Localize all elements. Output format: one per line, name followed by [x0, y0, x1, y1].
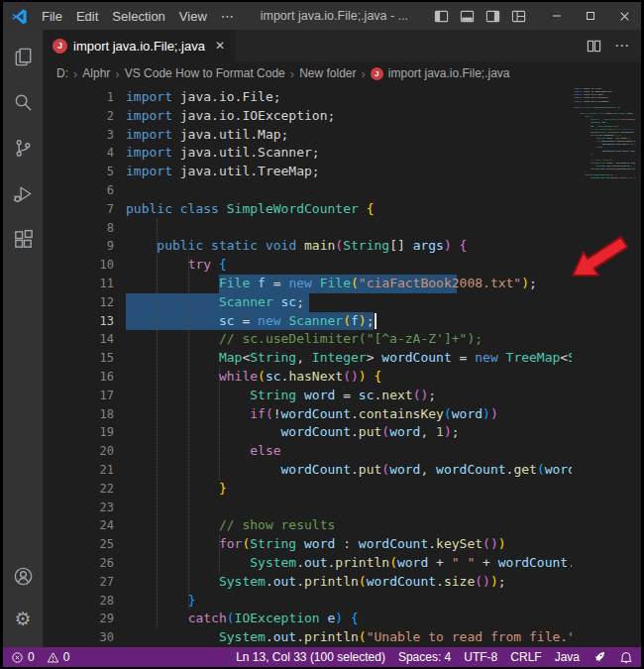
line-number[interactable]: 10	[43, 256, 114, 275]
line-number[interactable]: 18	[43, 405, 114, 424]
code-line[interactable]: }	[126, 592, 641, 611]
code-line[interactable]: System.out.println(wordCount.size());	[126, 573, 641, 592]
split-editor-icon[interactable]	[587, 39, 601, 54]
line-number[interactable]: 11	[43, 275, 114, 293]
line-number[interactable]: 21	[43, 461, 114, 480]
menu-edit[interactable]: Edit	[69, 9, 105, 24]
code-line[interactable]: System.out.println("Unable to read from …	[126, 628, 641, 647]
line-number[interactable]: 9	[43, 237, 114, 256]
minimize-button[interactable]	[540, 2, 574, 30]
line-number[interactable]: 22	[43, 480, 114, 499]
extensions-button[interactable]	[3, 216, 43, 262]
line-number[interactable]: 7	[43, 200, 114, 219]
search-button[interactable]	[3, 79, 43, 125]
account-button[interactable]	[3, 556, 43, 596]
code-line[interactable]: for(String word : wordCount.keySet())	[126, 535, 641, 554]
line-number[interactable]: 4	[43, 144, 114, 163]
red-arrow-annotation	[564, 232, 633, 286]
menu-more-icon[interactable]: ⋯	[214, 9, 241, 24]
layout-panel-icon[interactable]	[460, 9, 475, 24]
line-number[interactable]: 25	[43, 535, 114, 554]
line-number[interactable]: 14	[43, 330, 114, 349]
more-actions-icon[interactable]: ⋯	[614, 37, 629, 55]
line-number[interactable]: 30	[43, 628, 114, 647]
notifications-bell-icon[interactable]	[619, 650, 633, 664]
code-line[interactable]: import java.util.Scanner;	[126, 144, 641, 163]
indentation-status[interactable]: Spaces: 4	[398, 650, 451, 664]
settings-button[interactable]: ⚙	[3, 596, 43, 641]
code-line[interactable]: else	[126, 442, 641, 461]
breadcrumb-item-drive[interactable]: D:	[56, 66, 68, 80]
code-line[interactable]: wordCount.put(word, 1);	[126, 423, 641, 442]
eol-status[interactable]: CRLF	[510, 650, 541, 664]
line-number[interactable]: 5	[43, 163, 114, 181]
layout-sidebar-icon[interactable]	[434, 9, 449, 24]
line-number[interactable]: 8	[43, 219, 114, 238]
explorer-button[interactable]	[3, 34, 43, 79]
line-number[interactable]: 24	[43, 516, 114, 535]
code-line[interactable]: import java.util.Map;	[126, 126, 641, 145]
code-line[interactable]: import java.io.IOException;	[126, 107, 641, 126]
line-number[interactable]: 29	[43, 610, 114, 628]
menu-view[interactable]: View	[172, 9, 214, 24]
line-number[interactable]: 12	[43, 293, 114, 312]
code-line[interactable]: public class SimpleWordCounter {	[126, 200, 641, 219]
breadcrumb-item-file[interactable]: J import java.io.File;.java	[371, 66, 510, 80]
encoding-status[interactable]: UTF-8	[464, 650, 497, 664]
line-number[interactable]: 28	[43, 592, 114, 611]
status-bar: 0 0 Ln 13, Col 33 (100 selected) Spaces:…	[3, 647, 641, 667]
breadcrumb-item-folder[interactable]: VS Code How to Format Code	[125, 66, 285, 80]
layout-secondary-sidebar-icon[interactable]	[485, 9, 500, 24]
menu-file[interactable]: File	[35, 9, 69, 24]
breadcrumb-item-newfolder[interactable]: New folder	[299, 66, 356, 80]
code-line[interactable]: }	[126, 480, 641, 499]
maximize-button[interactable]	[574, 2, 607, 30]
code-line[interactable]: Scanner sc;	[126, 293, 641, 312]
code-line[interactable]: import java.util.TreeMap;	[126, 163, 641, 181]
line-number[interactable]: 17	[43, 387, 114, 405]
tab-import-java-file[interactable]: J import java.io.File;.java ✕	[43, 30, 235, 61]
code-area[interactable]: import java.io.File;import java.io.IOExc…	[124, 85, 641, 647]
menu-selection[interactable]: Selection	[105, 9, 171, 24]
line-number[interactable]: 23	[43, 499, 114, 517]
title-bar: File Edit Selection View ⋯ import java.i…	[3, 2, 641, 30]
code-line[interactable]: String word = sc.next();	[126, 387, 641, 405]
line-number[interactable]: 1	[43, 88, 114, 107]
minimap[interactable]: import java.io.File;import java.io.IOExc…	[572, 85, 635, 647]
line-number[interactable]: 2	[43, 107, 114, 126]
breadcrumb-item-alphr[interactable]: Alphr	[82, 66, 110, 80]
code-line[interactable]	[126, 499, 641, 517]
source-control-button[interactable]	[3, 125, 43, 170]
line-number[interactable]: 13	[43, 312, 114, 331]
line-number[interactable]: 27	[43, 573, 114, 592]
close-button[interactable]	[607, 2, 641, 30]
code-line[interactable]: Map<String, Integer> wordCount = new Tre…	[126, 349, 641, 368]
vertical-scrollbar[interactable]	[635, 85, 641, 647]
customize-layout-icon[interactable]	[511, 9, 526, 24]
tab-close-icon[interactable]: ✕	[215, 39, 225, 53]
code-line[interactable]: wordCount.put(word, wordCount.get(word)	[126, 461, 641, 480]
code-line[interactable]: while(sc.hasNext()) {	[126, 368, 641, 387]
line-number[interactable]: 26	[43, 554, 114, 573]
tab-label: import java.io.File;.java	[73, 39, 205, 54]
line-number[interactable]: 20	[43, 442, 114, 461]
cursor-position-status[interactable]: Ln 13, Col 33 (100 selected)	[236, 650, 385, 664]
code-line[interactable]	[126, 181, 641, 200]
code-line[interactable]: // show results	[126, 516, 641, 535]
code-line[interactable]: if(!wordCount.containsKey(word))	[126, 405, 641, 424]
code-line[interactable]: import java.io.File;	[126, 88, 641, 107]
code-line[interactable]: // sc.useDelimiter("[^a-zA-Z']+");	[126, 330, 641, 349]
code-line[interactable]: catch(IOException e) {	[126, 610, 641, 628]
line-number[interactable]: 15	[43, 349, 114, 368]
code-line[interactable]: System.out.println(word + " " + wordCoun…	[126, 554, 641, 573]
java-mode-rocket-icon[interactable]	[592, 650, 606, 664]
run-debug-button[interactable]	[3, 170, 43, 216]
language-status[interactable]: Java	[555, 650, 580, 664]
line-number[interactable]: 6	[43, 181, 114, 200]
line-number[interactable]: 3	[43, 126, 114, 145]
line-number[interactable]: 19	[43, 423, 114, 442]
line-number[interactable]: 16	[43, 368, 114, 387]
code-line[interactable]: sc = new Scanner(f);	[126, 312, 641, 331]
editor[interactable]: 1234567891011121314151617181920212223242…	[43, 85, 641, 647]
problems-indicator[interactable]: 0 0	[11, 650, 69, 664]
